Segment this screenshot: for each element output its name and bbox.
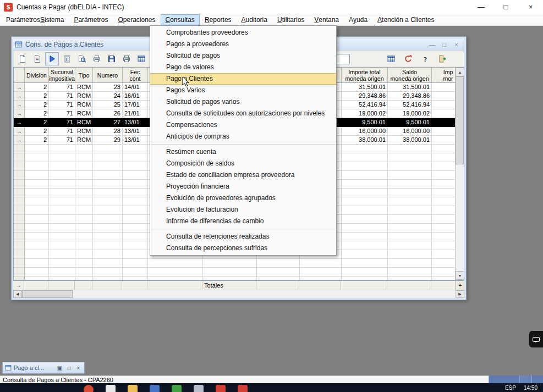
refresh-button[interactable] [401,52,415,65]
print-button[interactable] [90,52,103,65]
edit-button[interactable] [30,52,44,65]
row-indicator[interactable] [14,189,25,197]
child-close-button[interactable]: × [452,41,460,48]
cell-division[interactable]: 2 [25,83,49,92]
delete-button[interactable] [60,52,74,65]
cell-division[interactable] [25,215,49,224]
cell-numero[interactable] [93,197,123,206]
row-indicator[interactable] [14,259,25,268]
cell-division[interactable]: 2 [25,101,49,109]
cell-saldo[interactable] [388,189,432,197]
menuitem-evolucion-de-proveedores-agrupados[interactable]: Evolución de proveedores agrupados [150,192,336,204]
cell-sucursal[interactable]: 71 [49,127,75,136]
cell-saldo[interactable] [388,268,432,277]
cell-fecha[interactable] [123,162,148,171]
menuitem-evolucion-de-facturacion[interactable]: Evolución de facturacion [150,204,336,216]
cell-sucursal[interactable] [49,162,75,171]
cell-h1[interactable] [148,259,203,268]
cell-imp2[interactable] [432,197,456,206]
cell-tipo[interactable]: RCM [75,83,93,92]
cell-division[interactable] [25,153,49,162]
menu-atencion-a-clientes[interactable]: Atención a Clientes [372,14,439,25]
menu-operaciones[interactable]: Operaciones [113,14,160,25]
cell-tipo[interactable] [75,171,93,180]
cell-fecha[interactable] [123,206,148,215]
cell-fecha[interactable]: 13/01 [123,118,148,127]
horizontal-scroll-thumb[interactable] [22,290,73,298]
table-view-button[interactable] [384,52,398,65]
cell-h2[interactable] [203,277,257,280]
cell-fecha[interactable] [123,215,148,224]
cell-imp2[interactable] [432,118,456,127]
menuitem-informe-de-diferencias-de-cambio[interactable]: Informe de diferencias de cambio [150,216,336,227]
vertical-scrollbar[interactable]: ▲ ▼ [455,68,464,280]
cell-division[interactable] [25,241,49,250]
cell-sucursal[interactable] [49,171,75,180]
cell-division[interactable] [25,224,49,233]
cell-numero[interactable] [93,215,123,224]
cell-numero[interactable] [93,162,123,171]
cell-imp2[interactable] [432,180,456,189]
cell-division[interactable] [25,206,49,215]
cell-imp2[interactable] [432,277,456,280]
cell-sucursal[interactable]: 71 [49,118,75,127]
export-button[interactable] [134,52,148,65]
cell-fecha[interactable] [123,241,148,250]
cell-imp2[interactable] [432,268,456,277]
cell-h3[interactable] [257,259,300,268]
cell-numero[interactable]: 29 [93,136,123,145]
cell-sucursal[interactable] [49,197,75,206]
taskbar-app-7-icon[interactable] [216,385,226,392]
mini-close-button[interactable]: × [75,365,82,371]
cell-numero[interactable] [93,153,123,162]
child-maximize-button[interactable]: □ [440,41,448,48]
maximize-button[interactable]: □ [493,0,518,14]
menuitem-pago-de-valores[interactable]: Pago de valores [150,62,336,73]
menuitem-anticipos-de-compras[interactable]: Anticipos de compras [150,131,336,142]
cell-numero[interactable]: 27 [93,118,123,127]
scroll-down-button[interactable]: ▼ [456,271,464,280]
mini-maximize-button[interactable]: □ [65,365,73,371]
cell-importe[interactable]: 52,416.94 [342,101,388,109]
cell-fecha[interactable]: 13/01 [123,127,148,136]
cell-numero[interactable] [93,250,123,259]
cell-importe[interactable] [342,197,388,206]
cell-fecha[interactable]: 16/01 [123,92,148,101]
cell-fecha[interactable] [123,171,148,180]
cell-tipo[interactable]: RCM [75,118,93,127]
cell-fecha[interactable] [123,259,148,268]
cell-numero[interactable]: 28 [93,127,123,136]
cell-numero[interactable] [93,206,123,215]
cell-sucursal[interactable]: 71 [49,136,75,145]
cell-saldo[interactable] [388,162,432,171]
menuitem-consulta-de-retenciones-realizadas[interactable]: Consulta de retenciones realizadas [150,231,336,242]
save-button[interactable] [105,52,118,65]
cell-saldo[interactable] [388,180,432,189]
menuitem-estado-de-conciliacion-empresa-proveedora[interactable]: Estado de conciliacion empresa proveedor… [150,169,336,181]
menuitem-pagos-a-proveedores[interactable]: Pagos a proveedores [150,38,336,50]
menu-parametros[interactable]: Parámetros [69,14,113,25]
cell-imp2[interactable] [432,153,456,162]
menu-auditoria[interactable]: Auditoria [237,14,272,25]
cell-tipo[interactable] [75,268,93,277]
cell-saldo[interactable] [388,241,432,250]
cell-imp2[interactable] [432,215,456,224]
cell-numero[interactable]: 23 [93,83,123,92]
scroll-left-button[interactable]: ◀ [13,290,22,298]
cell-fecha[interactable] [123,153,148,162]
cell-numero[interactable]: 25 [93,101,123,109]
cell-tipo[interactable] [75,224,93,233]
menuitem-compensaciones[interactable]: Compensaciones [150,119,336,131]
cell-sucursal[interactable] [49,268,75,277]
cell-imp2[interactable] [432,145,456,153]
cell-h2[interactable] [203,259,257,268]
new-button[interactable] [15,52,29,65]
cell-division[interactable] [25,277,49,280]
cell-numero[interactable] [93,277,123,280]
cell-sucursal[interactable] [49,180,75,189]
cell-sucursal[interactable]: 71 [49,83,75,92]
cell-saldo[interactable]: 31,500.01 [388,83,432,92]
cell-fecha[interactable] [123,197,148,206]
mini-restore-button[interactable]: ▣ [56,365,63,371]
cell-importe[interactable] [342,171,388,180]
